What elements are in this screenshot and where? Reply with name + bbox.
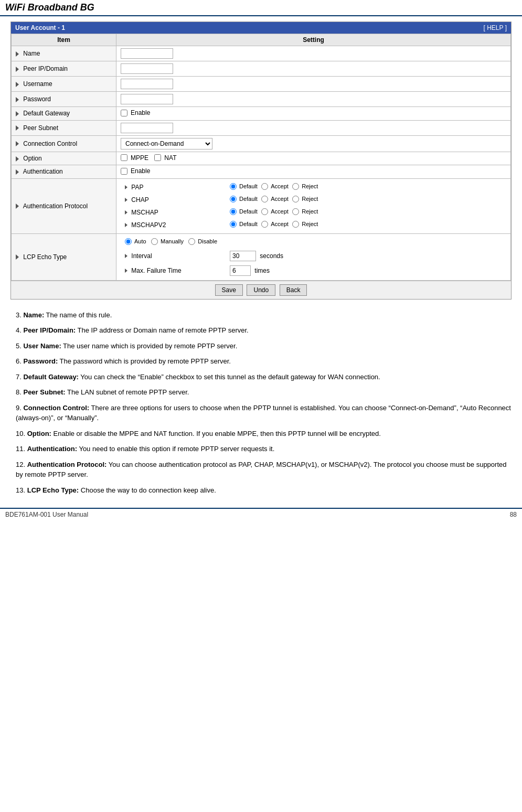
mschapv2-default-label[interactable]: Default <box>230 221 258 228</box>
chap-label: CHAP <box>131 196 148 204</box>
item-num: 3. <box>16 311 22 319</box>
name-label: Name <box>23 50 40 57</box>
password-label-cell: Password <box>12 92 116 107</box>
auth-protocol-row-pap: PAP Default Accept <box>121 181 506 194</box>
table-row: LCP Echo Type Auto <box>12 233 511 280</box>
page-title: WiFi Broadband BG <box>5 2 517 13</box>
auth-protocol-sub-table: PAP Default Accept <box>121 181 506 231</box>
mschapv2-accept-radio[interactable] <box>261 221 268 228</box>
pap-default-label[interactable]: Default <box>230 183 258 190</box>
mschapv2-accept-text: Accept <box>271 221 289 227</box>
peer-ip-input-cell <box>116 61 511 77</box>
panel-title: User Account - 1 <box>15 24 65 31</box>
peer-subnet-label-cell: Peer Subnet <box>12 120 116 135</box>
mschap-accept-radio[interactable] <box>261 208 268 215</box>
list-item: 12. Authentication Protocol: You can cho… <box>10 460 512 480</box>
lcp-manually-text: Manually <box>161 238 184 244</box>
default-gw-label: Default Gateway <box>23 110 70 117</box>
item-num: 9. <box>16 404 22 412</box>
lcp-interval-unit: seconds <box>260 252 283 260</box>
mschapv2-reject-radio[interactable] <box>292 221 299 228</box>
chap-default-label[interactable]: Default <box>230 196 258 202</box>
chap-options-cell: Default Accept Reject <box>226 194 506 206</box>
auth-checkbox[interactable] <box>121 168 127 175</box>
pap-options-cell: Default Accept Reject <box>226 181 506 194</box>
auth-protocol-setting-cell: PAP Default Accept <box>116 178 511 233</box>
mschap-reject-label[interactable]: Reject <box>292 208 318 215</box>
lcp-auto-label[interactable]: Auto <box>125 238 146 245</box>
nat-checkbox[interactable] <box>154 154 161 161</box>
lcp-disable-label[interactable]: Disable <box>188 238 217 245</box>
help-link[interactable]: [ HELP ] <box>484 24 507 31</box>
auth-arrow-icon <box>125 198 127 202</box>
option-label: Option <box>23 155 41 162</box>
pap-reject-label[interactable]: Reject <box>292 183 318 190</box>
table-row: Name <box>12 46 511 61</box>
default-gw-checkbox-label[interactable]: Enable <box>121 109 150 116</box>
chap-accept-label[interactable]: Accept <box>261 196 289 202</box>
default-gw-checkbox-text: Enable <box>131 109 150 116</box>
lcp-manually-radio[interactable] <box>151 238 158 245</box>
name-input[interactable] <box>121 48 173 59</box>
mschapv2-accept-label[interactable]: Accept <box>261 221 289 228</box>
form-table: Item Setting Name <box>11 34 511 281</box>
undo-button[interactable]: Undo <box>247 284 275 296</box>
username-input[interactable] <box>121 79 173 89</box>
item-label: LCP Echo Type: <box>27 486 79 494</box>
pap-reject-radio[interactable] <box>292 183 299 190</box>
conn-control-label-cell: Connection Control <box>12 135 116 152</box>
mschapv2-reject-label[interactable]: Reject <box>292 221 318 228</box>
pap-accept-text: Accept <box>271 183 289 189</box>
pap-default-radio[interactable] <box>230 183 237 190</box>
lcp-manually-label[interactable]: Manually <box>151 238 184 245</box>
back-button[interactable]: Back <box>280 284 307 296</box>
auth-arrow-icon <box>125 269 127 273</box>
chap-reject-label[interactable]: Reject <box>292 196 318 202</box>
item-text: Enable or disable the MPPE and NAT funct… <box>51 430 381 437</box>
item-text: The user name which is provided by remot… <box>61 342 238 350</box>
lcp-interval-input[interactable] <box>230 251 256 261</box>
chap-default-radio[interactable] <box>230 196 237 202</box>
mschap-accept-label[interactable]: Accept <box>261 208 289 215</box>
item-text: The password which is provided by remote… <box>58 357 231 365</box>
mschap-default-radio[interactable] <box>230 208 237 215</box>
save-button[interactable]: Save <box>215 284 243 296</box>
lcp-max-failure-input[interactable] <box>230 265 251 276</box>
mschap-default-label[interactable]: Default <box>230 208 258 215</box>
list-item: 10. Option: Enable or disable the MPPE a… <box>10 429 512 439</box>
lcp-interval-label: Interval <box>131 252 152 260</box>
mschap-reject-radio[interactable] <box>292 208 299 215</box>
mschapv2-default-radio[interactable] <box>230 221 237 228</box>
list-item: 7. Default Gateway: You can check the “E… <box>10 372 512 382</box>
table-row: Password <box>12 92 511 107</box>
option-label-cell: Option <box>12 152 116 165</box>
peer-ip-input[interactable] <box>121 63 173 74</box>
chap-accept-radio[interactable] <box>261 196 268 202</box>
username-label-cell: Username <box>12 77 116 92</box>
lcp-auto-radio[interactable] <box>125 238 132 245</box>
lcp-disable-radio[interactable] <box>188 238 195 245</box>
mppe-checkbox-label[interactable]: MPPE <box>121 154 148 162</box>
pap-accept-radio[interactable] <box>261 183 268 190</box>
peer-subnet-input[interactable] <box>121 123 173 133</box>
item-num: 11. <box>16 445 25 453</box>
content-area: User Account - 1 [ HELP ] Item Setting N… <box>0 16 522 508</box>
col-item-header: Item <box>12 34 116 46</box>
conn-control-setting-cell: Connect-on-Demand Auto Reconnect (always… <box>116 135 511 152</box>
password-input[interactable] <box>121 94 173 104</box>
pap-reject-text: Reject <box>302 183 318 189</box>
lcp-auto-text: Auto <box>134 238 146 244</box>
auth-label-cell: Authentication <box>12 165 116 179</box>
name-input-cell <box>116 46 511 61</box>
default-gw-checkbox[interactable] <box>121 110 127 116</box>
mppe-checkbox[interactable] <box>121 154 127 161</box>
username-input-cell <box>116 77 511 92</box>
pap-accept-label[interactable]: Accept <box>261 183 289 190</box>
item-num: 6. <box>16 357 22 365</box>
item-label: Password: <box>23 357 58 365</box>
auth-checkbox-label[interactable]: Enable <box>121 167 150 175</box>
conn-control-select[interactable]: Connect-on-Demand Auto Reconnect (always… <box>121 138 212 149</box>
chap-reject-radio[interactable] <box>292 196 299 202</box>
auth-arrow-icon <box>125 185 127 189</box>
nat-checkbox-label[interactable]: NAT <box>154 154 176 162</box>
